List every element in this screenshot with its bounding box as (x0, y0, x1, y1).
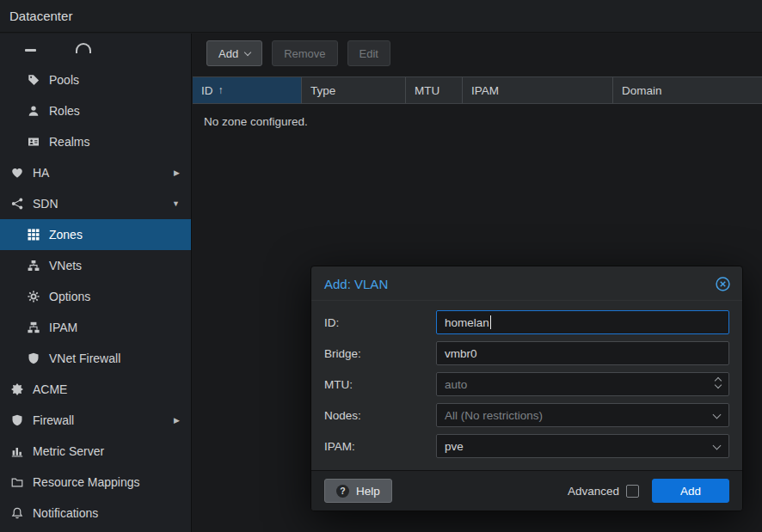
certificate-icon (9, 383, 24, 395)
sidebar-item-resource-mappings[interactable]: Resource Mappings (0, 467, 191, 498)
help-button[interactable]: ? Help (324, 479, 392, 503)
nodes-select-value: All (No restrictions) (445, 409, 543, 422)
bar-chart-icon (9, 445, 24, 457)
ipam-field-label: IPAM: (324, 440, 436, 453)
column-label: ID (201, 84, 213, 97)
zones-toolbar: Add Remove Edit (193, 34, 762, 76)
advanced-label: Advanced (568, 485, 619, 498)
sidebar-item-label: Firewall (33, 413, 74, 427)
sort-ascending-icon: ↑ (218, 84, 224, 96)
sidebar-item-acme[interactable]: ACME (0, 374, 191, 405)
sidebar-item-label: VNet Firewall (49, 352, 120, 365)
id-input-value: homelan (445, 316, 489, 329)
chevron-down-icon (713, 411, 722, 419)
proxmox-app: Datacenter Pools Roles Realms HA ▶ SDN ▼ (0, 0, 762, 532)
chevron-right-icon: ▶ (174, 416, 180, 425)
sidebar-item-label: IPAM (49, 321, 77, 334)
ipam-select[interactable]: pve (436, 434, 729, 458)
dialog-footer: ? Help Advanced Add (311, 470, 742, 511)
bridge-input-value: vmbr0 (445, 347, 477, 360)
dialog-add-button[interactable]: Add (652, 479, 729, 503)
question-circle-icon: ? (336, 485, 349, 498)
sidebar-item-options[interactable]: Options (0, 281, 191, 312)
fragment-dash (25, 49, 36, 52)
sidebar-item-sdn[interactable]: SDN ▼ (0, 188, 191, 219)
close-icon[interactable] (716, 277, 730, 291)
remove-button-label: Remove (284, 47, 325, 60)
sidebar-item-vnet-firewall[interactable]: VNet Firewall (0, 343, 191, 374)
bridge-input[interactable]: vmbr0 (436, 341, 729, 365)
network-nodes-icon (9, 198, 24, 210)
column-header-id[interactable]: ID ↑ (193, 77, 302, 103)
dialog-header[interactable]: Add: VLAN (311, 266, 742, 301)
sidebar-item-label: Roles (49, 104, 80, 118)
spinner-arrows-icon[interactable] (716, 378, 721, 388)
column-header-type[interactable]: Type (302, 77, 406, 103)
zones-table-header: ID ↑ Type MTU IPAM Domain (193, 76, 762, 104)
advanced-checkbox[interactable] (626, 485, 639, 498)
sidebar-item-notifications[interactable]: Notifications (0, 498, 191, 529)
dialog-add-button-label: Add (680, 485, 701, 498)
dialog-title: Add: VLAN (324, 277, 388, 291)
column-label: Domain (622, 84, 662, 97)
sidebar-item-label: Notifications (33, 506, 98, 520)
bell-icon (9, 507, 24, 519)
shield-icon (9, 414, 24, 426)
edit-button-label: Edit (359, 47, 378, 60)
field-row-bridge: Bridge: vmbr0 (324, 341, 729, 365)
sidebar-item-ipam[interactable]: IPAM (0, 312, 191, 343)
network-wired-icon (26, 321, 40, 333)
heartbeat-icon (9, 167, 24, 179)
sidebar-item-label: HA (33, 166, 49, 180)
sidebar-item-label: Options (49, 290, 90, 303)
column-header-domain[interactable]: Domain (613, 77, 762, 103)
nodes-select[interactable]: All (No restrictions) (436, 403, 729, 427)
add-button-label: Add (218, 47, 238, 60)
sidebar-item-firewall[interactable]: Firewall ▶ (0, 405, 191, 436)
sidebar-item-realms[interactable]: Realms (0, 126, 191, 157)
sidebar-item-label: VNets (49, 259, 82, 272)
chevron-right-icon: ▶ (174, 168, 180, 177)
empty-table-message: No zone configured. (193, 104, 762, 139)
tags-icon (26, 74, 40, 86)
sidebar-item-label: Pools (49, 73, 79, 87)
address-card-icon (26, 136, 40, 148)
sidebar-item-zones[interactable]: Zones (0, 219, 191, 250)
chevron-down-icon: ▼ (172, 199, 180, 208)
column-label: IPAM (471, 84, 499, 97)
sidebar-item-pools[interactable]: Pools (0, 64, 191, 95)
chevron-down-icon (713, 442, 722, 450)
sidebar-item-label: Metric Server (33, 444, 104, 458)
help-button-label: Help (356, 485, 380, 498)
chevron-down-icon (244, 48, 251, 55)
grid-icon (26, 229, 40, 241)
field-row-ipam: IPAM: pve (324, 434, 729, 458)
column-header-mtu[interactable]: MTU (406, 77, 463, 103)
text-cursor (490, 315, 491, 329)
column-header-ipam[interactable]: IPAM (463, 77, 613, 103)
column-label: MTU (415, 84, 439, 97)
add-button[interactable]: Add (206, 40, 262, 66)
dialog-body: ID: homelan Bridge: vmbr0 MTU: auto (311, 301, 742, 470)
folder-icon (9, 476, 24, 488)
sidebar-item-label: SDN (33, 197, 58, 211)
bridge-field-label: Bridge: (324, 347, 436, 360)
mtu-spinner-value: auto (445, 378, 467, 391)
sidebar-item-vnets[interactable]: VNets (0, 250, 191, 281)
sidebar-nav: Pools Roles Realms HA ▶ SDN ▼ Zones VNet… (0, 34, 192, 532)
mtu-field-label: MTU: (324, 378, 436, 391)
scrolled-item-fragment (0, 34, 191, 64)
field-row-nodes: Nodes: All (No restrictions) (324, 403, 729, 427)
id-field-label: ID: (324, 316, 436, 329)
sidebar-item-ha[interactable]: HA ▶ (0, 157, 191, 188)
mtu-spinner[interactable]: auto (436, 372, 729, 396)
sidebar-item-label: Resource Mappings (33, 475, 140, 489)
sidebar-item-metric-server[interactable]: Metric Server (0, 436, 191, 467)
sidebar-item-roles[interactable]: Roles (0, 95, 191, 126)
column-label: Type (310, 84, 335, 97)
edit-button: Edit (347, 40, 390, 66)
gear-icon (26, 290, 40, 303)
id-input[interactable]: homelan (436, 310, 729, 334)
remove-button: Remove (272, 40, 337, 66)
ipam-select-value: pve (445, 440, 464, 453)
